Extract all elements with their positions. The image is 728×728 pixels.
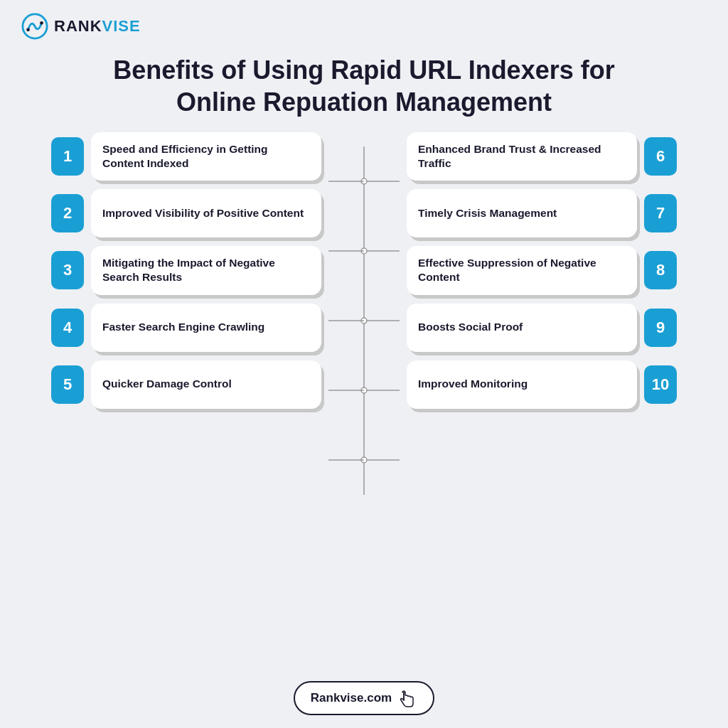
svg-point-2 <box>40 21 43 25</box>
card-text-1: Speed and Efficiency in Getting Content … <box>102 142 310 171</box>
page-title: Benefits of Using Rapid URL Indexers for… <box>113 54 614 118</box>
right-column: 6 Enhanced Brand Trust & Increased Traff… <box>407 132 677 409</box>
card-text-6: Enhanced Brand Trust & Increased Traffic <box>418 142 626 171</box>
right-benefit-card-6: 6 Enhanced Brand Trust & Increased Traff… <box>407 132 677 181</box>
right-benefit-card-7: 7 Timely Crisis Management <box>407 189 677 237</box>
header: RANKVISE <box>0 0 728 47</box>
footer-badge: Rankvise.com <box>294 681 434 715</box>
card-body-9: Boosts Social Proof <box>407 304 637 352</box>
card-body-10: Improved Monitoring <box>407 360 637 409</box>
card-body-6: Enhanced Brand Trust & Increased Traffic <box>407 132 637 181</box>
left-benefit-card-3: 3 Mitigating the Impact of Negative Sear… <box>51 246 321 294</box>
card-number-8: 8 <box>644 251 677 289</box>
card-body-4: Faster Search Engine Crawling <box>91 304 321 352</box>
right-benefit-card-9: 9 Boosts Social Proof <box>407 304 677 352</box>
card-body-2: Improved Visibility of Positive Content <box>91 189 321 237</box>
card-body-8: Effective Suppression of Negative Conten… <box>407 246 637 294</box>
rankvise-logo-icon <box>21 13 48 40</box>
card-text-10: Improved Monitoring <box>418 377 528 391</box>
content-area: 1 Speed and Efficiency in Getting Conten… <box>0 132 728 675</box>
card-number-9: 9 <box>644 309 677 347</box>
footer-label: Rankvise.com <box>311 691 392 705</box>
card-text-7: Timely Crisis Management <box>418 206 557 220</box>
card-number-1: 1 <box>51 137 84 176</box>
svg-point-1 <box>26 28 30 31</box>
card-number-5: 5 <box>51 365 84 404</box>
card-number-10: 10 <box>644 365 677 404</box>
card-text-3: Mitigating the Impact of Negative Search… <box>102 256 310 284</box>
left-benefit-card-1: 1 Speed and Efficiency in Getting Conten… <box>51 132 321 181</box>
card-text-2: Improved Visibility of Positive Content <box>102 206 304 220</box>
page-wrapper: RANKVISE Benefits of Using Rapid URL Ind… <box>0 0 728 728</box>
footer: Rankvise.com <box>294 675 434 728</box>
logo: RANKVISE <box>21 13 141 40</box>
card-body-3: Mitigating the Impact of Negative Search… <box>91 246 321 294</box>
card-text-5: Quicker Damage Control <box>102 377 232 391</box>
card-text-4: Faster Search Engine Crawling <box>102 320 264 334</box>
card-number-7: 7 <box>644 194 677 232</box>
right-benefit-card-10: 10 Improved Monitoring <box>407 360 677 409</box>
cursor-icon <box>397 688 417 708</box>
card-number-6: 6 <box>644 137 677 176</box>
card-text-9: Boosts Social Proof <box>418 320 523 334</box>
left-benefit-card-2: 2 Improved Visibility of Positive Conten… <box>51 189 321 237</box>
connector-lines <box>321 146 407 495</box>
right-benefit-card-8: 8 Effective Suppression of Negative Cont… <box>407 246 677 294</box>
card-text-8: Effective Suppression of Negative Conten… <box>418 256 626 284</box>
center-connector <box>321 132 407 495</box>
card-body-5: Quicker Damage Control <box>91 360 321 409</box>
card-body-1: Speed and Efficiency in Getting Content … <box>91 132 321 181</box>
title-section: Benefits of Using Rapid URL Indexers for… <box>70 47 657 132</box>
left-benefit-card-4: 4 Faster Search Engine Crawling <box>51 304 321 352</box>
logo-text: RANKVISE <box>54 17 141 36</box>
card-number-4: 4 <box>51 309 84 347</box>
card-number-3: 3 <box>51 251 84 289</box>
card-body-7: Timely Crisis Management <box>407 189 637 237</box>
left-benefit-card-5: 5 Quicker Damage Control <box>51 360 321 409</box>
left-column: 1 Speed and Efficiency in Getting Conten… <box>51 132 321 409</box>
card-number-2: 2 <box>51 194 84 232</box>
